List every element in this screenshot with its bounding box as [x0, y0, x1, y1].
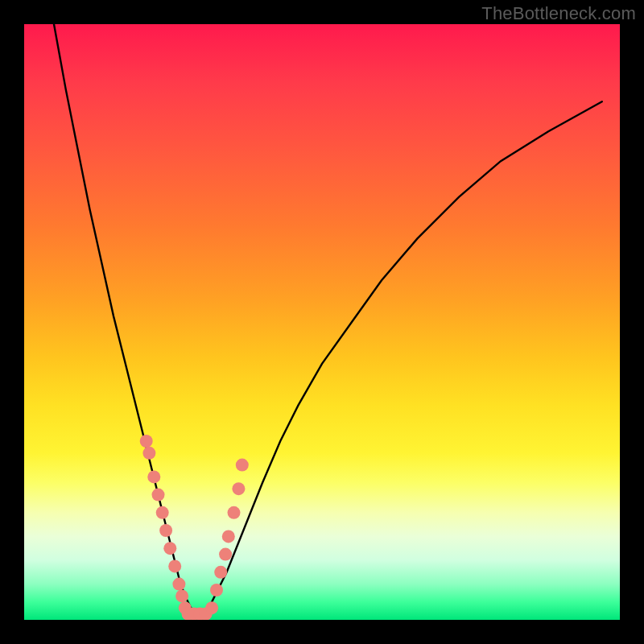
sample-point: [232, 482, 245, 495]
sample-point: [228, 506, 241, 519]
plot-area: [24, 24, 620, 620]
sample-point: [159, 524, 172, 537]
sample-point: [210, 584, 223, 597]
sample-point: [152, 489, 165, 502]
sample-point: [156, 506, 169, 519]
sample-points: [140, 435, 249, 620]
sample-point: [163, 542, 176, 555]
watermark-text: TheBottleneck.com: [481, 3, 636, 24]
bottleneck-curve: [54, 24, 602, 614]
sample-point: [168, 559, 181, 572]
sample-point: [222, 530, 235, 543]
sample-point: [172, 578, 185, 591]
sample-point: [219, 548, 232, 561]
sample-point: [140, 435, 153, 448]
sample-point: [175, 589, 188, 602]
sample-point: [142, 447, 155, 460]
sample-point: [214, 566, 227, 579]
sample-point: [236, 459, 249, 472]
chart-frame: TheBottleneck.com: [0, 0, 644, 644]
sample-point: [205, 601, 218, 614]
sample-point: [147, 470, 160, 483]
